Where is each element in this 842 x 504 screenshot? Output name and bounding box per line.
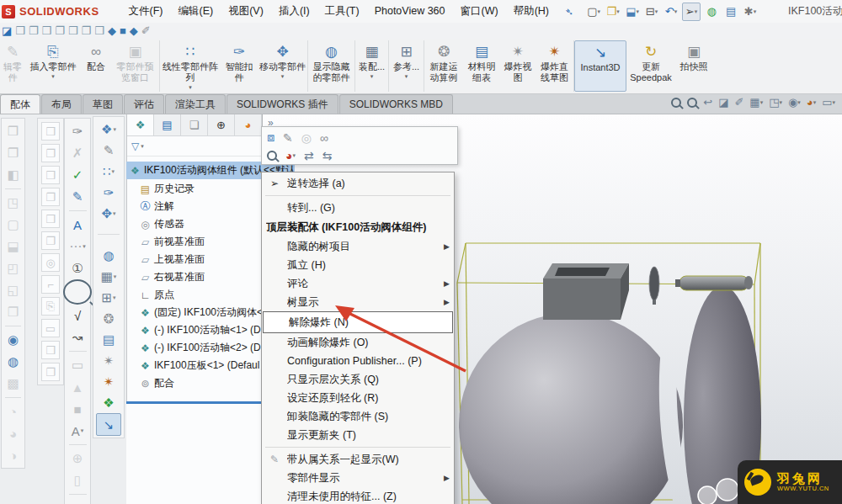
toolbar-icon[interactable]: ❒ [38,339,63,361]
ribbon-button[interactable]: ❂ 新建运 动算例 [424,40,463,92]
view-cube-icon[interactable]: ◆ [108,23,116,39]
mini-toolbar-icon[interactable]: ⇄ [304,149,314,162]
context-menu-item[interactable]: 显示更新夹 (T) [262,426,454,444]
toolbar-icon[interactable]: ⋯ ▾ [65,236,90,257]
menu-item[interactable]: 视图(V) [221,0,271,23]
toolbar-icon[interactable]: ✓ [65,164,90,186]
tree-item[interactable]: ∟ 原点 [126,286,262,304]
context-menu-item[interactable]: 转到... (G) [262,199,454,217]
context-menu-item[interactable]: 顶层装配体 (IKF100活动阀体组件) [262,217,454,237]
menu-item[interactable]: 工具(T) [317,0,367,23]
tree-item[interactable]: ⊚ 配合 [126,374,262,392]
valve-bonnet-block[interactable] [543,263,629,320]
tree-item[interactable]: ▱ 上视基准面 [126,251,262,268]
context-menu-item[interactable] [262,444,454,450]
mini-toolbar-icon[interactable]: ⧈ [267,130,274,145]
toolbar-icon[interactable]: ▩ [2,373,24,395]
dropdown-arrow-icon[interactable]: ▾ [189,84,192,91]
command-tab[interactable]: 配体 [0,94,40,114]
toolbar-icon[interactable]: ∷ ▾ [93,161,124,182]
command-tab[interactable]: SOLIDWORKS 插件 [226,94,338,114]
mini-toolbar-icon[interactable]: ✎ [283,131,293,145]
tree-item[interactable]: ❖ (固定) IKF100活动阀体< [126,304,262,321]
toolbar-icon[interactable]: ▢ [2,214,24,236]
dropdown-arrow-icon[interactable]: ▾ [754,8,757,15]
menu-item[interactable]: 编辑(E) [171,0,221,23]
ribbon-button[interactable]: ✴ 爆炸直 线草图 [536,40,574,92]
toolbar-icon[interactable]: ⊕ [65,448,90,470]
toolbar-icon[interactable] [65,491,90,497]
view-tool-icon[interactable] [671,98,681,108]
view-tool-icon[interactable]: ◪ [718,96,728,109]
tree-item[interactable]: ▱ 右视基准面 [126,268,262,286]
toolbar-icon[interactable] [65,348,90,354]
command-tab[interactable]: 渲染工具 [165,94,226,114]
view-cube-icon[interactable]: ❒ [15,23,25,39]
toolbar-icon[interactable]: ⬓ [2,236,24,257]
toolbar-icon[interactable]: ❖ [93,392,124,413]
tree-item[interactable]: ▱ 前视基准面 [126,233,262,251]
toolbar-icon[interactable] [2,186,24,192]
view-cube-icon[interactable]: ❐ [29,23,39,39]
view-cube-icon[interactable]: ❐ [82,23,92,39]
ribbon-button[interactable]: ✴ 爆炸视 图 [500,40,536,92]
toolbar-icon[interactable]: ❒ [38,208,63,230]
tree-item[interactable]: ❖ IKF100压板<1> (Defaul [126,357,262,374]
toolbar-icon[interactable]: ▤ [93,329,124,350]
context-menu-item[interactable]: 孤立 (H) [262,256,454,274]
quickbar-button[interactable]: ▤ [722,3,739,20]
command-tab[interactable]: 草图 [83,94,123,114]
toolbar-icon[interactable]: ⊞ ▾ [93,287,124,308]
dropdown-arrow-icon[interactable]: ▾ [636,8,639,15]
dropdown-arrow-icon[interactable]: ▾ [405,73,408,80]
context-menu-item[interactable]: Configuration Publisher... (P) [262,352,454,370]
context-menu-item[interactable]: ➢ 逆转选择 (a) [262,174,454,193]
toolbar-icon[interactable]: ✗ [65,142,90,164]
toolbar-icon[interactable]: ◰ [2,257,24,279]
ribbon-button[interactable]: ◍ 显示隐藏 的零部件 [308,40,355,92]
mini-toolbar-icon[interactable]: ∞ [320,131,328,145]
menu-item[interactable]: 窗口(W) [453,0,506,23]
menu-item[interactable]: 插入(I) [271,0,317,23]
tree-item[interactable]: ❖ (-) IKF100活动轴<1> (D [126,321,262,339]
ribbon-button[interactable]: ▦ 装配... ▾ [355,40,389,92]
toolbar-icon[interactable]: ✥ ▾ [93,203,124,224]
toolbar-icon[interactable]: ↝ [65,326,90,348]
toolbar-icon[interactable]: ❐ [38,142,63,164]
toolbar-icon[interactable]: ❐ [2,301,24,323]
ribbon-button[interactable]: ⎘ 插入零部件 ▾ [25,40,81,92]
quickbar-button[interactable]: ↶ ▾ [663,3,679,20]
command-tab[interactable]: 布局 [41,94,82,114]
view-cube-icon[interactable]: ❒ [68,23,78,39]
view-tool-icon[interactable]: ▦ ▾ [749,96,763,109]
toolbar-icon[interactable]: ❒ [2,120,24,142]
toolbar-icon[interactable]: ❐ [2,142,24,164]
ribbon-button[interactable]: ▣ 拍快照 [675,40,712,92]
ribbon-button[interactable]: ∷ 线性零部件阵列 ▾ [160,40,221,92]
context-menu-item[interactable]: 隐藏的树项目 ▶ [262,237,454,256]
mini-toolbar-icon[interactable] [267,151,277,161]
toolbar-icon[interactable]: ■ [65,398,90,420]
valve-stem-cylinder[interactable] [675,276,753,290]
ribbon-button[interactable]: ▣ 零部件预 览窗口 [111,40,160,92]
context-menu-item[interactable] [262,193,454,199]
view-tool-icon[interactable]: ✐ [734,96,743,109]
view-cube-icon[interactable]: ❐ [55,23,65,39]
menu-item[interactable]: PhotoView 360 [367,0,453,23]
quickbar-button[interactable]: ➢ ▾ [682,3,701,21]
toolbar-icon[interactable] [2,395,24,401]
toolbar-icon[interactable] [2,323,24,329]
dropdown-arrow-icon[interactable]: ▾ [616,8,620,15]
dropdown-arrow-icon[interactable]: ▾ [695,8,698,15]
quickbar-button[interactable]: ◍ [703,3,720,20]
toolbar-icon[interactable]: ✴ [93,371,124,392]
toolbar-icon[interactable]: ◎ [38,252,63,273]
toolbar-icon[interactable]: ◔ [2,401,24,422]
view-tool-icon[interactable]: ◕ ▾ [807,96,816,109]
view-cube-icon[interactable]: ❒ [42,23,52,39]
tree-panel-tab[interactable]: ❏ [181,114,208,135]
toolbar-icon[interactable]: ⎘ [38,295,63,317]
tree-item[interactable]: ▤ 历史记录 [126,180,262,198]
toolbar-icon[interactable]: ▲ [65,376,90,398]
dropdown-arrow-icon[interactable]: ▾ [674,8,678,15]
